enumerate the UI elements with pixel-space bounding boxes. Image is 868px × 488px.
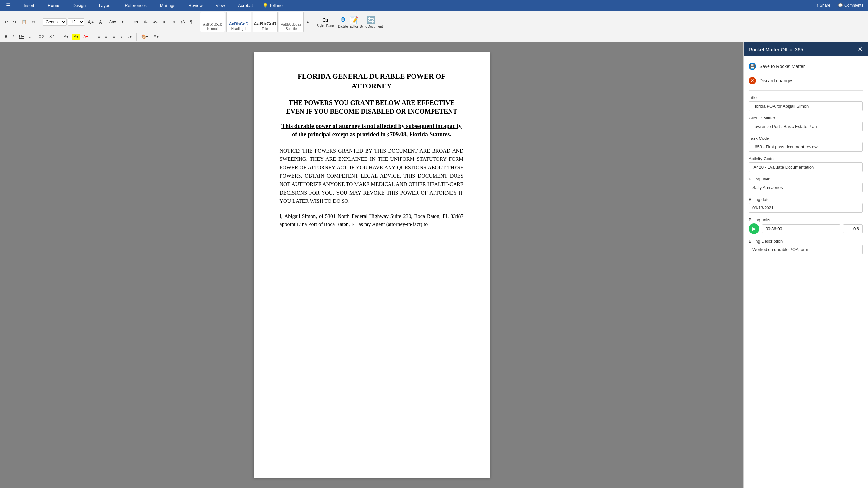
multilevel-button[interactable]: ⑇▾ — [151, 19, 160, 25]
client-matter-input[interactable] — [749, 122, 863, 131]
billing-desc-input[interactable] — [749, 245, 863, 254]
billing-user-field-group: Billing user — [749, 176, 863, 192]
ribbon-tab-references[interactable]: References — [122, 1, 150, 10]
style-card-heading1[interactable]: AaBbCcD Heading 1 — [226, 12, 251, 32]
editor-button[interactable]: 📝 Editor — [349, 16, 358, 28]
font-grow-button[interactable]: A+ — [86, 19, 96, 26]
panel-body: 💾 Save to Rocket Matter ✕ Discard change… — [744, 56, 868, 260]
title-input[interactable] — [749, 101, 863, 111]
document-page[interactable]: FLORIDA GENERAL DURABLE POWER OF ATTORNE… — [253, 52, 490, 478]
ribbon-tab-design[interactable]: Design — [69, 1, 89, 10]
indent-increase-button[interactable]: ⇥ — [170, 19, 177, 25]
doc-body-text: I, Abigail Simon, of 5301 North Federal … — [280, 212, 464, 229]
indent-decrease-button[interactable]: ⇤ — [161, 19, 168, 25]
paste-button[interactable]: 📋 — [20, 19, 29, 25]
italic-button[interactable]: I — [11, 33, 16, 40]
font-shrink-button[interactable]: A- — [97, 19, 106, 26]
lightbulb-icon: 💡 — [263, 3, 268, 8]
billing-units-field-group: Billing units ▶ 00:36:00 0.6 — [749, 217, 863, 234]
billing-units-row: ▶ 00:36:00 0.6 — [749, 224, 863, 234]
subscript-button[interactable]: X2 — [37, 33, 46, 40]
billing-units-label: Billing units — [749, 217, 863, 222]
pilcrow-button[interactable]: ¶ — [188, 19, 194, 25]
client-matter-field-group: Client : Matter — [749, 116, 863, 131]
ribbon-tab-mailings[interactable]: Mailings — [157, 1, 179, 10]
separator-7 — [136, 33, 136, 41]
underline-button[interactable]: U▾ — [17, 33, 26, 40]
main-layout: FLORIDA GENERAL DURABLE POWER OF ATTORNE… — [0, 42, 868, 488]
highlight-button[interactable]: A▾ — [71, 34, 80, 40]
clear-format-button[interactable]: ✦ — [119, 19, 126, 25]
save-action-row[interactable]: 💾 Save to Rocket Matter — [749, 61, 863, 71]
borders-button[interactable]: ⊞▾ — [151, 33, 161, 40]
style-card-title-sample: AaBbCcD — [253, 21, 276, 26]
style-card-heading1-label: Heading 1 — [231, 27, 246, 31]
ribbon-tab-review[interactable]: Review — [185, 1, 206, 10]
line-spacing-button[interactable]: ↕▾ — [126, 33, 134, 40]
strikethrough-button[interactable]: ab — [27, 33, 35, 40]
style-card-subtitle[interactable]: AaBbCcDdEe Subtitle — [279, 12, 304, 32]
undo-button[interactable]: ↩ — [3, 19, 10, 25]
numbering-button[interactable]: ⑆▾ — [142, 19, 150, 25]
sort-button[interactable]: ↕A — [178, 19, 187, 25]
ribbon-tab-acrobat[interactable]: Acrobat — [235, 1, 256, 10]
save-label: Save to Rocket Matter — [759, 64, 805, 69]
save-icon: 💾 — [749, 63, 756, 70]
toolbar: ↩ ↪ 📋 ✂ Georgia 12 A+ A- Aa▾ ✦ ≡▾ ⑆▾ ⑇▾ … — [0, 10, 868, 42]
case-button[interactable]: Aa▾ — [107, 19, 118, 25]
style-card-normal[interactable]: AaBbCcDdE Normal — [200, 12, 225, 32]
bullets-button[interactable]: ≡▾ — [132, 19, 140, 25]
comments-button[interactable]: 💬 Comments — [836, 2, 865, 8]
billing-date-input[interactable] — [749, 203, 863, 213]
share-button[interactable]: ↑ Share — [814, 2, 832, 8]
text-color-button[interactable]: A▾ — [62, 33, 70, 40]
style-card-title[interactable]: AaBbCcD Title — [253, 12, 278, 32]
ribbon-home-icon[interactable]: ☰ — [3, 0, 14, 10]
separator-2 — [129, 18, 129, 26]
align-left-button[interactable]: ≡ — [96, 33, 102, 40]
font-family-select[interactable]: Georgia — [43, 19, 67, 26]
client-matter-label: Client : Matter — [749, 116, 863, 121]
doc-subtitle: THE POWERS YOU GRANT BELOW ARE EFFECTIVE… — [280, 98, 464, 116]
doc-title: FLORIDA GENERAL DURABLE POWER OF ATTORNE… — [280, 72, 464, 91]
more-styles-button[interactable]: ▸ — [305, 19, 311, 25]
ribbon-tab-insert[interactable]: Insert — [20, 1, 38, 10]
panel-header: Rocket Matter Office 365 ✕ — [744, 42, 868, 56]
dictate-button[interactable]: 🎙 Dictate — [338, 16, 348, 28]
toolbar-row-1: ↩ ↪ 📋 ✂ Georgia 12 A+ A- Aa▾ ✦ ≡▾ ⑆▾ ⑇▾ … — [3, 12, 865, 32]
time-display: 00:36:00 — [762, 225, 840, 233]
sync-document-button[interactable]: 🔄 Sync Document — [360, 16, 383, 28]
activity-code-input[interactable] — [749, 162, 863, 172]
ribbon-tab-layout[interactable]: Layout — [96, 1, 115, 10]
style-card-normal-label: Normal — [207, 27, 217, 31]
shading-button[interactable]: 🎨▾ — [139, 33, 150, 40]
align-right-button[interactable]: ≡ — [111, 33, 117, 40]
play-timer-button[interactable]: ▶ — [749, 224, 759, 234]
justify-button[interactable]: ≡ — [118, 33, 124, 40]
font-color-button[interactable]: A▾ — [82, 33, 90, 40]
task-code-label: Task Code — [749, 136, 863, 141]
discard-action-row[interactable]: ✕ Discard changes — [749, 76, 863, 86]
bold-button[interactable]: B — [3, 33, 9, 40]
styles-pane-button[interactable]: 🗂 Styles Pane — [317, 17, 334, 28]
superscript-button[interactable]: X2 — [47, 33, 57, 40]
cut-button[interactable]: ✂ — [30, 19, 37, 25]
separator-1 — [40, 18, 40, 26]
title-field-group: Title — [749, 95, 863, 111]
ribbon-tab-view[interactable]: View — [213, 1, 228, 10]
ribbon-tab-home[interactable]: Home — [44, 1, 63, 10]
font-size-select[interactable]: 12 — [68, 19, 84, 26]
task-code-input[interactable] — [749, 142, 863, 152]
billing-date-label: Billing date — [749, 197, 863, 202]
discard-label: Discard changes — [759, 78, 794, 84]
panel-close-button[interactable]: ✕ — [858, 46, 863, 52]
styles-pane-icon: 🗂 — [322, 17, 329, 24]
activity-code-label: Activity Code — [749, 156, 863, 161]
align-center-button[interactable]: ≡ — [103, 33, 110, 40]
redo-button[interactable]: ↪ — [11, 19, 19, 25]
separator-4 — [314, 18, 314, 26]
billing-user-input[interactable] — [749, 183, 863, 192]
style-cards-container: AaBbCcDdE Normal AaBbCcD Heading 1 AaBbC… — [200, 12, 311, 32]
style-card-normal-sample: AaBbCcDdE — [203, 22, 222, 26]
style-card-title-label: Title — [262, 27, 268, 31]
